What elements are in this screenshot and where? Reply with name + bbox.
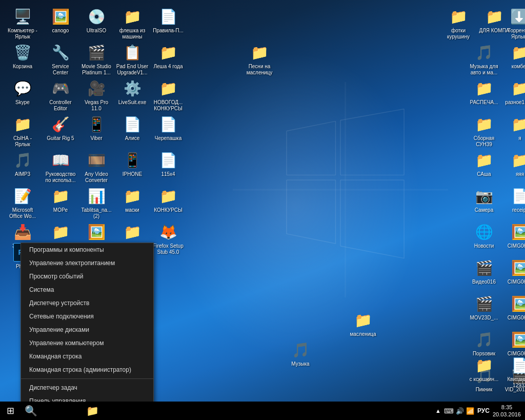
- desktop-icon-cimg0645[interactable]: 🖼️CIMG0645: [501, 219, 525, 251]
- desktop-icon-msoffice[interactable]: 📝Microsoft Office Wo...: [4, 184, 41, 222]
- icon-label-ya: я: [503, 135, 525, 142]
- desktop-icon-cimg0646[interactable]: 🖼️CIMG0646: [501, 255, 525, 287]
- taskbar-app-tanks[interactable]: ⚔: [144, 402, 164, 420]
- desktop-icon-muzyka_avto[interactable]: 🎵Музыка для авто и ма...: [466, 40, 502, 78]
- taskbar-app-search[interactable]: 🔍: [21, 402, 41, 420]
- icon-image-cimg0647: 🖼️: [510, 293, 525, 314]
- menu-item-cmd_admin[interactable]: Командная строка (администратор): [21, 363, 153, 376]
- desktop-icon-pesni[interactable]: 📁Песни на масленицу: [241, 40, 278, 78]
- language-indicator[interactable]: РУС: [477, 407, 490, 414]
- menu-item-events[interactable]: Просмотр событий: [21, 270, 153, 283]
- desktop-icon-aimp3[interactable]: 🎵AIMP3: [4, 148, 41, 179]
- desktop-icon-s_ksushkin[interactable]: 📁с ксюшкин...: [466, 353, 502, 385]
- desktop-icon-115x4[interactable]: 📄115x4: [150, 148, 187, 179]
- desktop-icon-sbornaya[interactable]: 📁Сборная СУН39: [466, 112, 502, 150]
- desktop-icon-ya[interactable]: 📁я: [501, 112, 525, 144]
- taskbar-app-taskview[interactable]: ⧉: [41, 402, 62, 420]
- desktop-icon-rukovodstvo[interactable]: 📖Руководство по использ...: [42, 148, 79, 186]
- icon-label-maslenica_folder: масленица: [347, 331, 379, 337]
- desktop-icon-syna[interactable]: 📁СЫНА - Ярлык: [4, 112, 41, 150]
- menu-label-control: Панель управления: [29, 397, 86, 402]
- desktop-icon-raznoe[interactable]: 📁разное111...: [501, 76, 525, 108]
- icon-image-yaya: 📁: [510, 150, 525, 170]
- icon-label-torrent: Торрент - Ярлык: [502, 28, 525, 40]
- icon-label-novosti: Новости: [468, 243, 500, 249]
- desktop-icon-computer[interactable]: 🖥️Компьютер - Ярлык: [4, 4, 41, 42]
- desktop-icon-yaya[interactable]: 📁яяя: [501, 148, 525, 179]
- desktop-icon-fotki[interactable]: 📁фотки курушину: [440, 4, 477, 42]
- menu-label-devices: Диспетчер устройств: [29, 299, 89, 307]
- desktop-icon-flash[interactable]: 📁флешка из машины: [114, 4, 151, 42]
- desktop-icon-iphone[interactable]: 📱IPHONE: [114, 148, 151, 179]
- desktop-icon-camera[interactable]: 📷Самера: [466, 184, 502, 215]
- menu-item-system[interactable]: Система: [21, 283, 153, 296]
- icon-image-video016: 🎬: [474, 257, 494, 278]
- volume-icon[interactable]: 🔊: [456, 407, 464, 415]
- menu-item-power[interactable]: Управление электропитанием: [21, 256, 153, 270]
- icon-label-video016: Видео016: [468, 279, 500, 285]
- desktop-icon-raspecha[interactable]: 📁РАСПЕЧА...: [466, 76, 502, 108]
- desktop-icon-alice[interactable]: 📄Алисе: [114, 112, 151, 144]
- desktop-icon-torrent[interactable]: ⬇️Торрент - Ярлык: [500, 4, 525, 42]
- desktop-icon-canogo[interactable]: 🖼️canogo: [42, 4, 79, 36]
- icon-label-firefox: Firefox Setup Stub 45.0: [152, 243, 185, 255]
- desktop-icon-vegas[interactable]: 🎥Vegas Pro 11.0: [78, 76, 115, 114]
- desktop-icon-controller[interactable]: 🎮Controller Editor: [42, 76, 79, 114]
- desktop-icon-viber[interactable]: 📱Viber: [78, 112, 115, 144]
- taskbar-app-explorer[interactable]: 📁: [82, 402, 103, 420]
- desktop-icon-anyvideo[interactable]: 🎞️Any Video Converter: [78, 148, 115, 186]
- desktop-icon-muzyka_center[interactable]: 🎵Музыка: [282, 337, 319, 369]
- icon-image-camera: 📷: [474, 186, 494, 206]
- icon-image-korzina: 🗑️: [12, 42, 33, 63]
- desktop-icon-skype[interactable]: 💬Skype: [4, 76, 41, 108]
- taskbar-app-chrome[interactable]: ●: [103, 402, 123, 420]
- taskbar-app-yandex[interactable]: Я: [123, 402, 144, 420]
- clock-time: 8:35: [493, 404, 521, 411]
- start-button[interactable]: ⊞: [0, 402, 21, 420]
- desktop-icon-korzina[interactable]: 🗑️Корзина: [4, 40, 41, 72]
- desktop-icon-video016[interactable]: 🎬Видео016: [466, 255, 502, 287]
- icon-label-yaya: яяя: [503, 171, 525, 177]
- desktop-icon-mope[interactable]: 📁MOPe: [42, 184, 79, 215]
- show-hidden-icon[interactable]: ▲: [435, 408, 441, 414]
- menu-item-comp_mgmt[interactable]: Управление компьютером: [21, 336, 153, 350]
- menu-item-disks[interactable]: Управление дисками: [21, 323, 153, 336]
- menu-item-control[interactable]: Панель управления: [21, 394, 153, 402]
- desktop-icon-livesuit[interactable]: ⚙️LiveSuit.exe: [114, 76, 151, 108]
- taskbar-app-edge[interactable]: e: [62, 402, 82, 420]
- icon-image-alice: 📄: [122, 114, 143, 134]
- desktop-icon-kombez[interactable]: 📁комбез: [501, 40, 525, 72]
- icon-label-cherepashka: Черепашка: [152, 135, 185, 142]
- desktop-icon-guitarrig[interactable]: 🎸Guitar Rig 5: [42, 112, 79, 144]
- desktop-icon-maski[interactable]: 📁маски: [114, 184, 151, 215]
- desktop-icon-rules[interactable]: 📄Правила-П...: [150, 4, 187, 36]
- network-icon[interactable]: 📶: [466, 407, 474, 415]
- desktop-icon-firefox[interactable]: 🦊Firefox Setup Stub 45.0: [150, 219, 187, 257]
- desktop-icon-maslenica_folder[interactable]: 📁масленица: [345, 308, 381, 339]
- desktop-icon-tablitsa[interactable]: 📊Tablitsa_na... (2): [78, 184, 115, 222]
- menu-item-programs[interactable]: Программы и компоненты: [21, 243, 153, 256]
- desktop-icon-mov23d[interactable]: 🎬MOV23D_...: [466, 291, 502, 323]
- desktop-icon-ultraiso[interactable]: 💿UltraISO: [78, 4, 115, 36]
- clock-date: 20.03.2016: [493, 411, 521, 418]
- desktop-icon-sasha[interactable]: 📁САша: [466, 148, 502, 179]
- desktop-icon-cherepashka[interactable]: 📄Черепашка: [150, 112, 187, 144]
- desktop-icon-novgod[interactable]: 📁НОВОГОД... КОНКУРСЫ: [150, 76, 187, 114]
- menu-item-taskmgr[interactable]: Диспетчер задач: [21, 381, 153, 394]
- menu-item-devices[interactable]: Диспетчер устройств: [21, 296, 153, 310]
- icon-label-raspecha: РАСПЕЧА...: [468, 99, 500, 106]
- desktop-icon-novosti[interactable]: 🌐Новости: [466, 219, 502, 251]
- desktop-icon-konkursy[interactable]: 📁КОНКУРСЫ: [150, 184, 187, 215]
- desktop-icon-servicecenter[interactable]: 🔧Service Center: [42, 40, 79, 78]
- desktop-icon-moviestudio[interactable]: 🎬Movie Studio Platinum 1...: [78, 40, 115, 78]
- desktop-icon-lesha4[interactable]: 📁Леша 4 года: [150, 40, 187, 72]
- desktop-icon-receipt[interactable]: 📄receipt: [501, 184, 525, 215]
- desktop-icon-kvitancia[interactable]: 📄Квитанция 12932: [501, 353, 525, 391]
- desktop-icon-padenduser[interactable]: 📋Pad End User UpgradeV1...: [114, 40, 151, 78]
- icon-label-camera: Самера: [468, 207, 500, 213]
- menu-item-cmd[interactable]: Командная строка: [21, 350, 153, 363]
- clock-area[interactable]: 8:35 20.03.2016: [493, 404, 521, 418]
- desktop-icon-cimg0647[interactable]: 🖼️CIMG0647: [501, 291, 525, 323]
- menu-item-network[interactable]: Сетевые подключения: [21, 310, 153, 323]
- desktop: 🖥️Компьютер - Ярлык🖼️canogo💿UltraISO📁фле…: [0, 0, 525, 402]
